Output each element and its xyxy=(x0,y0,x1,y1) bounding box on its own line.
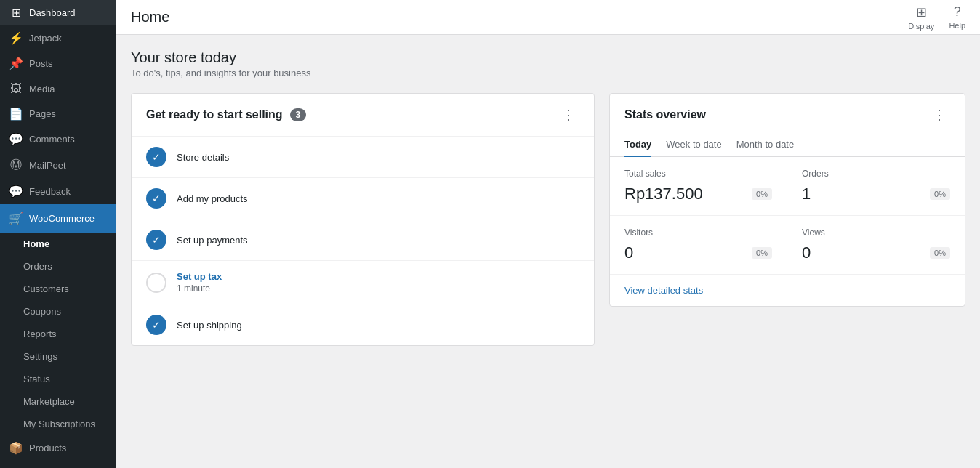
checklist-label-store-details: Store details xyxy=(177,152,229,163)
posts-icon: 📌 xyxy=(9,57,23,70)
checklist-item-payments[interactable]: ✓ Set up payments xyxy=(132,219,594,261)
sidebar-item-posts[interactable]: 📌 Posts xyxy=(0,51,116,76)
stats-card: Stats overview ⋮ Today Week to date Mont… xyxy=(609,93,965,307)
check-circle-store-details: ✓ xyxy=(146,147,166,167)
sidebar-item-mailpoet[interactable]: Ⓜ MailPoet xyxy=(0,152,116,179)
page-title: Home xyxy=(131,9,169,25)
check-circle-shipping: ✓ xyxy=(146,315,166,335)
feedback-icon: 💬 xyxy=(9,185,23,198)
mailpoet-icon: Ⓜ xyxy=(9,158,23,173)
get-ready-badge: 3 xyxy=(290,108,307,121)
check-circle-add-products: ✓ xyxy=(146,188,166,209)
checklist-label-payments: Set up payments xyxy=(177,235,248,246)
sidebar-item-dashboard[interactable]: ⊞ Dashboard xyxy=(0,0,116,25)
sidebar-item-products[interactable]: 📦 Products xyxy=(0,435,116,461)
stats-value-orders: 1 xyxy=(802,185,811,203)
help-icon: ? xyxy=(954,4,961,20)
stats-grid: Total sales Rp137.500 0% Orders 1 0% xyxy=(610,157,965,275)
comments-icon: 💬 xyxy=(9,132,23,146)
checklist-label-add-products: Add my products xyxy=(177,193,248,204)
sidebar-item-jetpack[interactable]: ⚡ Jetpack xyxy=(0,25,116,51)
sidebar-item-status[interactable]: Status xyxy=(0,368,116,390)
sidebar-item-coupons[interactable]: Coupons xyxy=(0,300,116,323)
checklist-label-tax[interactable]: Set up tax xyxy=(177,271,222,282)
get-ready-card: Get ready to start selling 3 ⋮ ✓ Store d… xyxy=(131,93,595,346)
stats-pct-views: 0% xyxy=(930,247,950,259)
stats-pct-total-sales: 0% xyxy=(752,188,772,200)
stats-value-row-total-sales: Rp137.500 0% xyxy=(624,185,772,203)
media-icon: 🖼 xyxy=(9,82,23,95)
stats-tab-today[interactable]: Today xyxy=(624,133,651,157)
sidebar-item-home[interactable]: Home xyxy=(0,233,116,255)
sidebar-item-woocommerce[interactable]: 🛒 WooCommerce xyxy=(0,204,116,233)
stats-value-row-orders: 1 0% xyxy=(802,185,950,203)
main-grid: Get ready to start selling 3 ⋮ ✓ Store d… xyxy=(131,93,965,346)
display-icon: ⊞ xyxy=(916,4,927,20)
stats-cell-orders: Orders 1 0% xyxy=(787,157,965,216)
stats-label-orders: Orders xyxy=(802,169,950,179)
topbar: Home ⊞ Display ? Help xyxy=(116,0,980,35)
pages-icon: 📄 xyxy=(9,107,23,121)
woocommerce-icon: 🛒 xyxy=(9,211,23,225)
stats-label-total-sales: Total sales xyxy=(624,169,772,179)
stats-label-visitors: Visitors xyxy=(624,227,772,238)
stats-value-total-sales: Rp137.500 xyxy=(624,185,703,203)
checklist-item-tax[interactable]: Set up tax 1 minute xyxy=(132,261,594,304)
sidebar-item-reports[interactable]: Reports xyxy=(0,323,116,345)
stats-cell-total-sales: Total sales Rp137.500 0% xyxy=(610,157,787,216)
sidebar-item-comments[interactable]: 💬 Comments xyxy=(0,126,116,152)
jetpack-icon: ⚡ xyxy=(9,31,23,45)
display-button[interactable]: ⊞ Display xyxy=(908,4,934,31)
checklist-sub-tax: 1 minute xyxy=(177,283,222,294)
stats-tab-month[interactable]: Month to date xyxy=(736,133,795,157)
stats-tabs: Today Week to date Month to date xyxy=(610,133,965,157)
help-button[interactable]: ? Help xyxy=(949,4,965,30)
view-detailed-stats-link[interactable]: View detailed stats xyxy=(610,275,965,306)
checklist-label-shipping: Set up shipping xyxy=(177,320,242,331)
content: Your store today To do's, tips, and insi… xyxy=(116,35,980,468)
get-ready-menu-button[interactable]: ⋮ xyxy=(558,105,579,124)
get-ready-header-left: Get ready to start selling 3 xyxy=(146,108,306,121)
stats-label-views: Views xyxy=(802,227,950,238)
checklist-item-add-products[interactable]: ✓ Add my products xyxy=(132,178,594,219)
stats-header: Stats overview ⋮ xyxy=(610,94,965,124)
store-today-title: Your store today xyxy=(131,49,965,66)
check-circle-empty-tax xyxy=(146,273,166,293)
sidebar-item-orders[interactable]: Orders xyxy=(0,255,116,278)
sidebar-item-my-subscriptions[interactable]: My Subscriptions xyxy=(0,413,116,435)
sidebar-item-media[interactable]: 🖼 Media xyxy=(0,76,116,101)
topbar-actions: ⊞ Display ? Help xyxy=(908,4,965,31)
main-area: Home ⊞ Display ? Help Your store today T… xyxy=(116,0,980,468)
sidebar-item-marketplace[interactable]: Marketplace xyxy=(0,390,116,413)
woocommerce-submenu: Home Orders Customers Coupons Reports Se… xyxy=(0,233,116,435)
sidebar: ⊞ Dashboard ⚡ Jetpack 📌 Posts 🖼 Media 📄 … xyxy=(0,0,116,468)
stats-title: Stats overview xyxy=(624,108,706,121)
sidebar-item-settings[interactable]: Settings xyxy=(0,345,116,368)
sidebar-item-feedback[interactable]: 💬 Feedback xyxy=(0,179,116,204)
dashboard-icon: ⊞ xyxy=(9,6,23,20)
sidebar-item-pages[interactable]: 📄 Pages xyxy=(0,101,116,126)
stats-cell-visitors: Visitors 0 0% xyxy=(610,216,787,275)
check-circle-payments: ✓ xyxy=(146,230,166,250)
stats-value-row-views: 0 0% xyxy=(802,243,950,262)
get-ready-header: Get ready to start selling 3 ⋮ xyxy=(132,94,594,137)
sidebar-item-customers[interactable]: Customers xyxy=(0,278,116,300)
get-ready-title: Get ready to start selling xyxy=(146,108,283,121)
stats-value-views: 0 xyxy=(802,243,811,262)
stats-pct-orders: 0% xyxy=(930,188,950,200)
stats-cell-views: Views 0 0% xyxy=(787,216,965,275)
stats-value-visitors: 0 xyxy=(624,243,633,262)
store-today-section: Your store today To do's, tips, and insi… xyxy=(131,49,965,78)
stats-tab-week[interactable]: Week to date xyxy=(666,133,721,157)
stats-value-row-visitors: 0 0% xyxy=(624,243,772,262)
stats-pct-visitors: 0% xyxy=(752,247,772,259)
checklist-item-shipping[interactable]: ✓ Set up shipping xyxy=(132,304,594,345)
store-today-subtitle: To do's, tips, and insights for your bus… xyxy=(131,68,965,78)
products-icon: 📦 xyxy=(9,441,23,455)
stats-menu-button[interactable]: ⋮ xyxy=(928,105,950,124)
checklist-item-store-details[interactable]: ✓ Store details xyxy=(132,137,594,178)
